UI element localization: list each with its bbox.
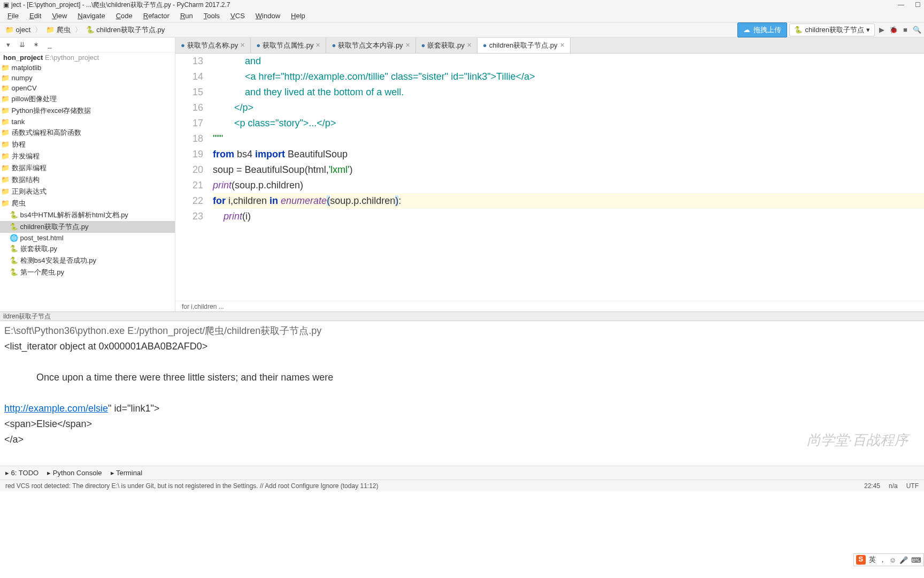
collapse-icon[interactable]: ⇊ — [17, 40, 27, 50]
menu-edit[interactable]: Edit — [24, 11, 47, 21]
tree-item[interactable]: 📁 Python操作excel存储数据 — [0, 105, 175, 117]
run-button[interactable]: ▶ — [877, 25, 887, 35]
console-output[interactable]: E:\soft\Python36\python.exe E:/python_pr… — [0, 321, 924, 466]
tree-item[interactable]: 📁 matplotlib — [0, 63, 175, 73]
bottom-tab[interactable]: ▸ Terminal — [111, 469, 143, 477]
line-number: 22 — [175, 193, 203, 209]
tab-label: 获取节点属性.py — [263, 41, 313, 50]
line-number: 15 — [175, 85, 203, 100]
cursor-position: 22:45 — [864, 482, 880, 490]
tree-item[interactable]: 📁 协程 — [0, 139, 175, 150]
upload-label: 拖拽上传 — [753, 25, 781, 35]
editor-body[interactable]: 1314151617181920212223 and <a href="http… — [175, 54, 924, 301]
bottom-tab[interactable]: ▸ Python Console — [47, 469, 102, 477]
menu-bar: FileEditViewNavigateCodeRefactorRunTools… — [0, 10, 924, 22]
upload-cloud-button[interactable]: ☁ 拖拽上传 — [737, 22, 787, 37]
stop-button[interactable]: ■ — [900, 25, 910, 35]
line-number: 18 — [175, 131, 203, 147]
tree-item[interactable]: 🌐 post_test.html — [0, 233, 175, 243]
code-line[interactable]: print(i) — [213, 209, 924, 224]
code-breadcrumb: for i,children ... — [175, 301, 924, 311]
breadcrumb-item[interactable]: 📁 爬虫 — [43, 24, 74, 36]
editor-tab[interactable]: ●获取节点名称.py✕ — [175, 38, 251, 53]
ime-keyboard-icon[interactable]: ⌨ — [911, 556, 921, 564]
tree-item[interactable]: 📁 正则表达式 — [0, 186, 175, 197]
code-line[interactable]: from bs4 import BeautifulSoup — [213, 147, 924, 162]
close-icon[interactable]: ✕ — [560, 42, 565, 49]
menu-run[interactable]: Run — [175, 11, 198, 21]
menu-help[interactable]: Help — [286, 11, 311, 21]
line-number: 17 — [175, 116, 203, 131]
menu-file[interactable]: File — [2, 11, 24, 21]
maximize-icon[interactable]: ☐ — [915, 1, 921, 9]
search-icon[interactable]: 🔍 — [912, 25, 922, 35]
code-line[interactable]: <p class="story">...</p> — [213, 116, 924, 131]
menu-vcs[interactable]: VCS — [225, 11, 250, 21]
code-line[interactable]: """ — [213, 131, 924, 147]
code-content[interactable]: and <a href="http://example.com/tillie" … — [213, 54, 924, 301]
code-line[interactable]: for i,children in enumerate(soup.p.child… — [213, 193, 924, 209]
menu-view[interactable]: View — [47, 11, 72, 21]
breadcrumb-item[interactable]: 🐍 children获取子节点.py — [83, 24, 168, 36]
run-config-selector[interactable]: 🐍 children获取子节点 ▾ — [789, 24, 875, 36]
tree-item[interactable]: 📁 numpy — [0, 73, 175, 83]
code-line[interactable]: print(soup.p.children) — [213, 178, 924, 193]
line-number: 16 — [175, 100, 203, 116]
close-icon[interactable]: ✕ — [315, 42, 320, 49]
ime-comma-icon[interactable]: ， — [879, 555, 886, 565]
tree-item[interactable]: 📁 并发编程 — [0, 150, 175, 162]
tab-label: 获取节点名称.py — [187, 41, 238, 50]
close-icon[interactable]: ✕ — [467, 42, 472, 49]
ime-toolbar[interactable]: S 英 ， ☺ 🎤 ⌨ — [853, 553, 924, 566]
code-line[interactable]: soup = BeautifulSoup(html,'lxml') — [213, 162, 924, 178]
menu-window[interactable]: Window — [250, 11, 286, 21]
line-number: 19 — [175, 147, 203, 162]
tree-item[interactable]: 📁 tank — [0, 117, 175, 127]
tree-item[interactable]: 📁 爬虫 — [0, 197, 175, 209]
ime-mode[interactable]: 英 — [869, 555, 876, 565]
minimize-icon[interactable]: ― — [898, 1, 904, 9]
code-line[interactable]: <a href="http://example.com/tillie" clas… — [213, 69, 924, 85]
run-tool-label: ildren获取子节点 — [3, 313, 51, 320]
sogou-icon[interactable]: S — [856, 555, 866, 565]
tree-item[interactable]: 🐍 bs4中HTML解析器解析html文档.py — [0, 209, 175, 221]
tree-item[interactable]: 🐍 第一个爬虫.py — [0, 267, 175, 278]
line-number: 13 — [175, 54, 203, 69]
tree-item[interactable]: 🐍 检测bs4安装是否成功.py — [0, 255, 175, 267]
editor-tab[interactable]: ●children获取子节点.py✕ — [478, 38, 571, 53]
tree-item[interactable]: 📁 pillow图像处理 — [0, 93, 175, 105]
hide-icon[interactable]: ⎯ — [45, 40, 55, 50]
tree-item[interactable]: 🐍 嵌套获取.py — [0, 243, 175, 255]
breadcrumb-item[interactable]: 📁 oject — [2, 25, 34, 35]
chevron-down-icon: ▾ — [866, 26, 870, 34]
tree-item[interactable]: 📁 openCV — [0, 83, 175, 93]
editor-tab[interactable]: ●嵌套获取.py✕ — [416, 38, 478, 53]
code-line[interactable]: </p> — [213, 100, 924, 116]
project-root[interactable]: hon_project E:\python_project — [0, 52, 175, 63]
settings-icon[interactable]: ✶ — [31, 40, 41, 50]
ime-smile-icon[interactable]: ☺ — [889, 556, 896, 564]
close-icon[interactable]: ✕ — [240, 42, 245, 49]
ime-mic-icon[interactable]: 🎤 — [899, 556, 908, 564]
debug-button[interactable]: 🐞 — [889, 25, 898, 35]
tree-item[interactable]: 📁 数据库编程 — [0, 162, 175, 174]
project-path: E:\python_project — [45, 54, 99, 62]
editor-tab[interactable]: ●获取节点属性.py✕ — [251, 38, 326, 53]
tree-item[interactable]: 🐍 children获取子节点.py — [0, 221, 175, 233]
code-line[interactable]: and — [213, 54, 924, 69]
console-line — [4, 385, 920, 401]
bottom-tab[interactable]: ▸ 6: TODO — [5, 469, 38, 477]
tree-item[interactable]: 📁 函数式编程和高阶函数 — [0, 127, 175, 139]
project-dropdown-icon[interactable]: ▾ — [3, 40, 13, 50]
code-line[interactable]: and they lived at the bottom of a well. — [213, 85, 924, 100]
close-icon[interactable]: ✕ — [405, 42, 410, 49]
editor-tab[interactable]: ●获取节点文本内容.py✕ — [326, 38, 415, 53]
run-tool-tab[interactable]: ildren获取子节点 — [0, 311, 924, 321]
tab-label: children获取子节点.py — [489, 41, 558, 50]
menu-navigate[interactable]: Navigate — [72, 11, 110, 21]
menu-tools[interactable]: Tools — [198, 11, 225, 21]
line-number: 20 — [175, 162, 203, 178]
menu-refactor[interactable]: Refactor — [138, 11, 175, 21]
menu-code[interactable]: Code — [111, 11, 138, 21]
tree-item[interactable]: 📁 数据结构 — [0, 174, 175, 186]
